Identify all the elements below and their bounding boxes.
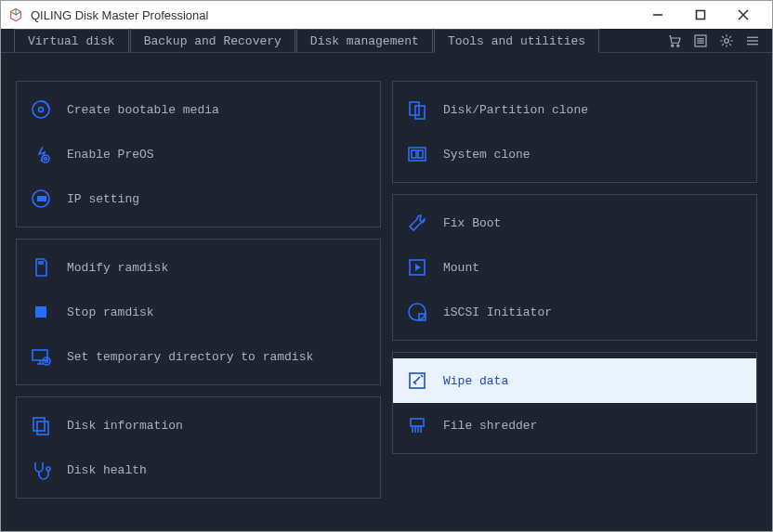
tab-label: Disk management: [310, 34, 419, 48]
svg-rect-24: [33, 350, 47, 360]
item-file-shredder[interactable]: File shredder: [393, 403, 756, 448]
wrench-icon: [404, 210, 430, 236]
group-ramdisk: Modify ramdisk Stop ramdisk Set temporar…: [16, 239, 381, 385]
svg-point-16: [42, 155, 49, 162]
stop-icon: [28, 299, 54, 325]
cart-icon[interactable]: [666, 32, 683, 49]
group-bootable: Create bootable media Enable PreOS IP se…: [16, 81, 381, 227]
svg-point-38: [409, 304, 426, 320]
item-label: Create bootable media: [67, 103, 219, 117]
tab-label: Virtual disk: [28, 34, 115, 48]
item-wipe-data[interactable]: Wipe data: [393, 358, 756, 403]
shredder-icon: [404, 412, 430, 438]
item-disk-information[interactable]: Disk information: [17, 403, 380, 448]
svg-point-5: [677, 45, 679, 46]
stethoscope-icon: [28, 457, 54, 483]
list-icon[interactable]: [692, 32, 709, 49]
item-stop-ramdisk[interactable]: Stop ramdisk: [17, 290, 380, 334]
item-set-temp-directory[interactable]: Set temporary directory to ramdisk: [17, 334, 380, 379]
monitor-icon: [28, 344, 54, 370]
svg-rect-33: [415, 106, 425, 119]
item-label: Enable PreOS: [67, 148, 154, 162]
close-button[interactable]: [722, 1, 765, 29]
clone-icon: [404, 97, 430, 123]
svg-rect-23: [35, 306, 46, 318]
svg-rect-36: [418, 150, 423, 158]
maximize-button[interactable]: [679, 1, 722, 29]
svg-rect-19: [37, 196, 46, 201]
group-disk-info: Disk information Disk health: [16, 396, 381, 499]
sd-icon: [28, 254, 54, 280]
group-wipe: Wipe data File shredder: [392, 352, 757, 454]
svg-rect-32: [410, 102, 419, 115]
tab-label: Tools and utilities: [448, 34, 585, 48]
minimize-button[interactable]: [636, 1, 679, 29]
left-column: Create bootable media Enable PreOS IP se…: [16, 81, 381, 516]
diskinfo-icon: [28, 412, 54, 438]
item-label: Modify ramdisk: [67, 261, 168, 275]
tab-virtual-disk[interactable]: Virtual disk: [14, 29, 129, 52]
item-disk-health[interactable]: Disk health: [17, 448, 380, 492]
item-modify-ramdisk[interactable]: Modify ramdisk: [17, 245, 380, 290]
menubar: Virtual disk Backup and Recovery Disk ma…: [1, 29, 772, 53]
item-label: IP setting: [67, 192, 139, 206]
menu-icon[interactable]: [744, 32, 761, 49]
disc-icon: [28, 97, 54, 123]
menubar-icons: [666, 29, 772, 52]
item-enable-preos[interactable]: Enable PreOS: [17, 132, 380, 176]
item-label: Disk/Partition clone: [443, 103, 588, 117]
ip-icon: [28, 186, 54, 212]
tab-label: Backup and Recovery: [144, 34, 282, 48]
group-boot: Fix Boot Mount iSCSI Initiator: [392, 194, 757, 341]
preos-icon: [28, 141, 54, 167]
svg-point-28: [46, 360, 48, 363]
svg-point-4: [672, 45, 674, 46]
item-label: Disk health: [67, 463, 147, 477]
item-label: Stop ramdisk: [67, 305, 154, 319]
item-mount[interactable]: Mount: [393, 245, 756, 290]
item-label: Fix Boot: [443, 216, 501, 230]
svg-rect-29: [33, 418, 45, 431]
window-title: QILING Disk Master Professional: [31, 8, 636, 22]
item-label: Wipe data: [443, 374, 508, 388]
svg-rect-30: [37, 422, 48, 435]
item-label: File shredder: [443, 419, 537, 433]
gear-icon[interactable]: [718, 32, 735, 49]
svg-point-31: [46, 467, 50, 471]
item-label: System clone: [443, 148, 531, 162]
tab-disk-management[interactable]: Disk management: [296, 29, 433, 52]
item-create-bootable-media[interactable]: Create bootable media: [17, 87, 380, 132]
item-ip-setting[interactable]: IP setting: [17, 176, 380, 221]
app-logo-icon: [8, 7, 23, 22]
tab-backup-recovery[interactable]: Backup and Recovery: [130, 29, 295, 52]
item-label: Disk information: [67, 419, 183, 433]
svg-rect-41: [411, 419, 424, 426]
svg-rect-1: [697, 11, 705, 19]
svg-point-10: [725, 38, 729, 43]
item-system-clone[interactable]: System clone: [393, 132, 756, 176]
item-label: iSCSI Initiator: [443, 305, 552, 319]
svg-point-15: [39, 108, 44, 112]
svg-point-17: [45, 158, 47, 161]
item-iscsi-initiator[interactable]: iSCSI Initiator: [393, 290, 756, 334]
app-window: QILING Disk Master Professional Virtual …: [0, 0, 773, 532]
right-column: Disk/Partition clone System clone Fix Bo…: [392, 81, 757, 516]
content-area: Create bootable media Enable PreOS IP se…: [1, 53, 772, 531]
titlebar: QILING Disk Master Professional: [1, 1, 772, 29]
iscsi-icon: [404, 299, 430, 325]
play-icon: [404, 254, 430, 280]
item-label: Set temporary directory to ramdisk: [67, 350, 313, 364]
svg-rect-35: [412, 150, 416, 158]
group-clone: Disk/Partition clone System clone: [392, 81, 757, 183]
item-disk-partition-clone[interactable]: Disk/Partition clone: [393, 87, 756, 132]
item-label: Mount: [443, 261, 479, 275]
svg-point-27: [43, 357, 50, 365]
wipe-icon: [404, 368, 430, 394]
item-fix-boot[interactable]: Fix Boot: [393, 201, 756, 245]
sysclone-icon: [404, 141, 430, 167]
tab-tools-utilities[interactable]: Tools and utilities: [434, 29, 599, 53]
